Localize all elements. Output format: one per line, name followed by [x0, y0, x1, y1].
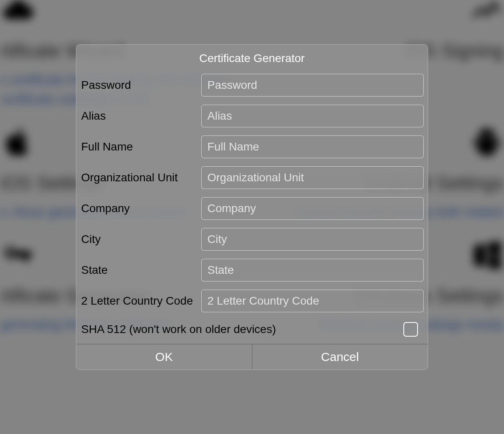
org-unit-row: Organizational Unit	[80, 166, 424, 189]
company-label: Company	[80, 202, 201, 215]
password-input[interactable]	[201, 74, 424, 97]
alias-label: Alias	[80, 110, 201, 122]
modal-overlay: Certificate Generator Password Alias Ful…	[0, 0, 504, 434]
sha512-label: SHA 512 (won't work on older devices)	[81, 323, 276, 336]
city-input[interactable]	[201, 228, 424, 251]
country-code-label: 2 Letter Country Code	[80, 294, 201, 307]
state-input[interactable]	[201, 259, 424, 281]
company-input[interactable]	[201, 197, 424, 220]
dialog-title: Certificate Generator	[76, 45, 428, 74]
password-row: Password	[80, 74, 424, 97]
sha512-checkbox[interactable]	[403, 322, 418, 337]
full-name-input[interactable]	[201, 135, 424, 158]
dialog-buttons: OK Cancel	[76, 344, 428, 370]
state-label: State	[80, 264, 201, 277]
city-row: City	[80, 228, 424, 251]
cancel-button[interactable]: Cancel	[252, 344, 428, 370]
password-label: Password	[80, 79, 201, 92]
country-code-row: 2 Letter Country Code	[80, 290, 424, 312]
certificate-generator-dialog: Certificate Generator Password Alias Ful…	[76, 44, 428, 370]
city-label: City	[80, 233, 201, 246]
dialog-body: Password Alias Full Name Organizational …	[76, 74, 428, 344]
sha512-row: SHA 512 (won't work on older devices)	[80, 320, 424, 344]
ok-button[interactable]: OK	[76, 344, 252, 370]
alias-row: Alias	[80, 105, 424, 127]
company-row: Company	[80, 197, 424, 220]
full-name-label: Full Name	[80, 140, 201, 153]
country-code-input[interactable]	[201, 290, 424, 312]
state-row: State	[80, 259, 424, 281]
org-unit-input[interactable]	[201, 166, 424, 189]
org-unit-label: Organizational Unit	[80, 171, 201, 184]
full-name-row: Full Name	[80, 135, 424, 158]
alias-input[interactable]	[201, 105, 424, 127]
